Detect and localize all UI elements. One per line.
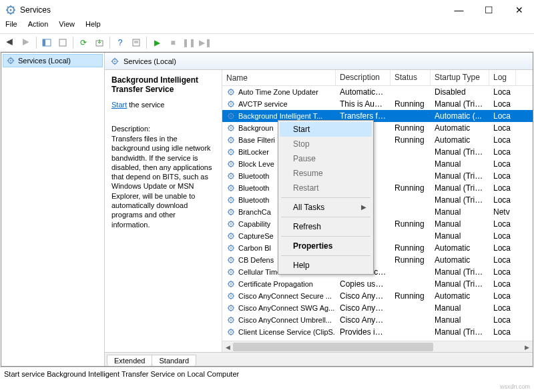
forward-button[interactable]: ⯈ — [19, 35, 33, 50]
service-logon: Loca — [489, 255, 516, 265]
maximize-button[interactable]: ☐ — [474, 0, 504, 20]
service-row[interactable]: AVCTP serviceThis is Audi...RunningManua… — [222, 98, 533, 110]
scroll-thumb[interactable] — [233, 343, 433, 351]
service-logon: Netv — [489, 207, 516, 217]
service-status: Running — [390, 183, 431, 193]
service-desc: Transfers fil... — [336, 111, 390, 121]
service-row[interactable]: Bluetoothuetoo...RunningManual (Trig...L… — [222, 182, 533, 194]
service-row[interactable]: Bluetoothuetoo...Manual (Trig...Loca — [222, 194, 533, 206]
service-row[interactable]: Cisco AnyConnect Umbrell...Cisco AnyC...… — [222, 314, 533, 326]
svg-point-42 — [230, 259, 232, 261]
context-menu[interactable]: StartStopPauseResumeRestartAll Tasks▶Ref… — [278, 120, 374, 275]
tree-root[interactable]: Services (Local) — [3, 54, 103, 67]
service-row[interactable]: Background Intelligent T...Transfers fil… — [222, 110, 533, 122]
service-row[interactable]: BitLockerC hos...Manual (Trig...Loca — [222, 146, 533, 158]
service-row[interactable]: CaptureSes opti...ManualLoca — [222, 230, 533, 242]
service-logon: Loca — [489, 315, 516, 325]
ctx-help[interactable]: Help — [280, 258, 372, 273]
service-row[interactable]: Auto Time Zone UpdaterAutomatica...Disab… — [222, 86, 533, 98]
start-link[interactable]: Start — [111, 101, 127, 109]
menu-action[interactable]: Action — [28, 20, 49, 33]
restart-service-button[interactable]: ▶❚ — [198, 35, 212, 50]
service-status: Running — [390, 219, 431, 229]
svg-point-40 — [230, 247, 232, 249]
service-row[interactable]: Bluetoothsup...Manual (Trig...Loca — [222, 170, 533, 182]
detail-pane: Background Intelligent Transfer Service … — [105, 70, 222, 352]
ctx-refresh[interactable]: Refresh — [280, 219, 372, 234]
service-startup: Automatic — [431, 255, 489, 265]
col-status[interactable]: Status — [390, 70, 431, 85]
tab-extended[interactable]: Extended — [107, 355, 152, 366]
service-logon: Loca — [489, 87, 516, 97]
svg-point-54 — [230, 331, 232, 333]
help-button[interactable]: ? — [113, 35, 127, 50]
service-row[interactable]: Backgrounws in...RunningAutomaticLoca — [222, 122, 533, 134]
service-startup: Automatic — [431, 135, 489, 145]
horizontal-scrollbar[interactable]: ◀ ▶ — [222, 341, 533, 352]
export-button[interactable] — [55, 35, 70, 50]
minimize-button[interactable]: — — [444, 0, 474, 20]
back-button[interactable]: ⯇ — [3, 35, 17, 50]
menu-help[interactable]: Help — [85, 20, 101, 33]
show-hide-tree-button[interactable] — [39, 35, 54, 50]
tab-standard[interactable]: Standard — [152, 355, 196, 366]
gear-icon — [226, 303, 236, 313]
service-row[interactable]: Client License Service (ClipS...Provides… — [222, 326, 533, 338]
scroll-left-icon[interactable]: ◀ — [222, 341, 234, 352]
svg-point-52 — [230, 319, 232, 321]
gear-icon — [226, 315, 236, 325]
start-service-button[interactable]: ▶ — [150, 35, 164, 50]
gear-icon — [226, 183, 236, 193]
stop-service-button[interactable]: ■ — [166, 35, 180, 50]
service-logon: Loca — [489, 327, 516, 337]
export-list-button[interactable] — [92, 35, 107, 50]
service-logon: Loca — [489, 243, 516, 253]
service-status: Running — [390, 135, 431, 145]
col-startup[interactable]: Startup Type — [431, 70, 489, 85]
gear-icon — [226, 291, 236, 301]
scroll-right-icon[interactable]: ▶ — [521, 341, 533, 352]
service-name: Cisco AnyConnect Secure ... — [238, 292, 332, 300]
service-startup: Automatic — [431, 243, 489, 253]
refresh-button[interactable]: ⟳ — [76, 35, 91, 50]
service-row[interactable]: CB Defenson Blac...RunningAutomaticLoca — [222, 254, 533, 266]
menu-file[interactable]: File — [5, 20, 17, 33]
svg-point-22 — [230, 139, 232, 141]
service-startup: Manual — [431, 231, 489, 241]
service-row[interactable]: Cisco AnyConnect SWG Ag...Cisco AnyC...M… — [222, 302, 533, 314]
service-row[interactable]: BranchCarvice ...ManualNetv — [222, 206, 533, 218]
gear-icon — [226, 159, 236, 169]
service-row[interactable]: Cellular TimeThis service ...Manual (Tri… — [222, 266, 533, 278]
service-desc: Cisco AnyC... — [336, 291, 390, 301]
close-button[interactable]: ✕ — [504, 0, 534, 20]
svg-point-24 — [230, 151, 232, 153]
service-logon: Loca — [489, 135, 516, 145]
service-row[interactable]: Cisco AnyConnect Secure ...Cisco AnyC...… — [222, 290, 533, 302]
gear-icon — [226, 99, 236, 109]
service-row[interactable]: Carbon Blon Bl...RunningAutomaticLoca — [222, 242, 533, 254]
pause-service-button[interactable]: ❚❚ — [182, 35, 196, 50]
ctx-properties[interactable]: Properties — [280, 239, 372, 253]
service-name: BranchCa — [238, 208, 271, 216]
menu-view[interactable]: View — [59, 20, 75, 33]
col-name[interactable]: Name — [222, 70, 336, 85]
properties-button[interactable] — [129, 35, 144, 50]
service-row[interactable]: Base Filterise Fil...RunningAutomaticLoc… — [222, 134, 533, 146]
gear-icon — [226, 231, 236, 241]
service-row[interactable]: Certificate PropagationCopies user ...Ma… — [222, 278, 533, 290]
col-desc[interactable]: Description — [336, 70, 390, 85]
service-row[interactable]: Block LeveBENG...ManualLoca — [222, 158, 533, 170]
svg-point-48 — [230, 295, 232, 297]
service-status: Running — [390, 123, 431, 133]
gear-icon — [226, 279, 236, 289]
service-logon: Loca — [489, 267, 516, 277]
status-text: Start service Background Intelligent Tra… — [4, 370, 239, 378]
list-body[interactable]: Auto Time Zone UpdaterAutomatica...Disab… — [222, 86, 533, 341]
svg-point-30 — [230, 187, 232, 189]
col-logon[interactable]: Log — [489, 70, 516, 85]
ctx-start[interactable]: Start — [280, 122, 372, 137]
ctx-all-tasks[interactable]: All Tasks▶ — [280, 200, 372, 215]
service-row[interactable]: Capabilityes fac...RunningManualLoca — [222, 218, 533, 230]
list-header: Name Description Status Startup Type Log — [222, 70, 533, 86]
service-name: Cisco AnyConnect SWG Ag... — [238, 304, 334, 312]
